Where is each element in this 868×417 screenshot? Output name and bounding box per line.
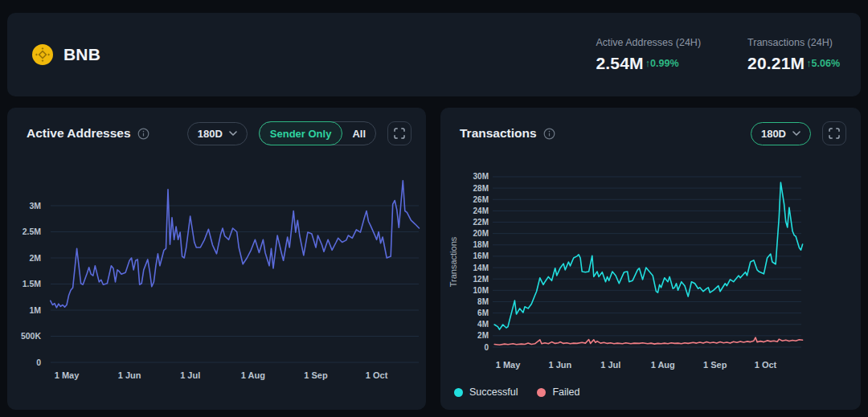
transactions-card: Transactions 180D 02M4M6M8M10M12M14M16M1… xyxy=(440,108,861,410)
chart-legend: Successful Failed xyxy=(454,386,580,398)
coin-info: BNB xyxy=(31,43,100,66)
coin-title: BNB xyxy=(63,45,100,64)
svg-text:1 Sep: 1 Sep xyxy=(703,360,727,370)
legend-item-successful[interactable]: Successful xyxy=(454,386,518,398)
svg-text:Transactions: Transactions xyxy=(448,236,458,287)
timeframe-value: 180D xyxy=(198,128,223,140)
chevron-down-icon xyxy=(792,131,800,136)
svg-text:1 Sep: 1 Sep xyxy=(304,370,328,380)
svg-text:1 Aug: 1 Aug xyxy=(241,370,265,380)
svg-text:12M: 12M xyxy=(473,275,489,284)
successful-dot-icon xyxy=(454,388,463,397)
sender-filter-group: Sender Only All xyxy=(259,121,376,145)
dashboard-page: BNB Active Addresses (24H) 2.54M ↑0.99% … xyxy=(0,0,868,417)
svg-text:1 May: 1 May xyxy=(55,370,80,380)
svg-text:1 Aug: 1 Aug xyxy=(651,360,675,370)
transactions-chart[interactable]: 02M4M6M8M10M12M14M16M18M20M22M24M26M28M3… xyxy=(440,108,861,410)
svg-text:1 Oct: 1 Oct xyxy=(366,370,388,380)
active-addresses-chart[interactable]: 0500K1M1.5M2M2.5M3M1 May1 Jun1 Jul1 Aug1… xyxy=(7,108,426,410)
svg-text:18M: 18M xyxy=(473,240,489,249)
chart-title: Transactions xyxy=(460,126,537,141)
svg-text:500K: 500K xyxy=(21,331,42,341)
coin-header-card: BNB Active Addresses (24H) 2.54M ↑0.99% … xyxy=(7,13,861,96)
svg-text:2M: 2M xyxy=(29,253,41,263)
svg-text:8M: 8M xyxy=(477,297,489,306)
svg-text:24M: 24M xyxy=(473,206,489,215)
filter-all[interactable]: All xyxy=(342,122,375,145)
expand-icon[interactable] xyxy=(387,121,411,145)
svg-text:1.5M: 1.5M xyxy=(23,279,42,288)
svg-text:1 Jun: 1 Jun xyxy=(549,360,572,370)
chevron-down-icon xyxy=(229,131,237,136)
stat-change-percent: 5.06% xyxy=(812,58,840,69)
expand-icon[interactable] xyxy=(822,121,846,145)
stat-change: ↑0.99% xyxy=(645,58,679,69)
bnb-coin-icon xyxy=(31,43,54,66)
svg-text:22M: 22M xyxy=(473,218,489,227)
svg-text:14M: 14M xyxy=(473,264,489,272)
svg-text:0: 0 xyxy=(36,358,41,367)
stat-change-percent: 0.99% xyxy=(650,58,678,69)
svg-text:2M: 2M xyxy=(477,331,489,340)
timeframe-dropdown[interactable]: 180D xyxy=(751,122,811,145)
stat-value: 20.21M xyxy=(747,54,805,73)
svg-text:2.5M: 2.5M xyxy=(23,227,42,236)
stat-transactions: Transactions (24H) 20.21M ↑5.06% xyxy=(747,37,840,73)
info-icon[interactable] xyxy=(137,128,149,140)
svg-text:6M: 6M xyxy=(477,309,489,317)
svg-text:1 Jul: 1 Jul xyxy=(180,370,200,380)
svg-text:10M: 10M xyxy=(473,286,489,295)
svg-text:4M: 4M xyxy=(477,320,489,329)
stat-label: Transactions (24H) xyxy=(747,37,840,48)
svg-text:20M: 20M xyxy=(473,229,489,238)
active-addresses-card: Active Addresses 180D Sender Only All xyxy=(7,108,426,410)
svg-text:26M: 26M xyxy=(473,195,489,204)
failed-dot-icon xyxy=(537,388,546,397)
svg-text:1 Jun: 1 Jun xyxy=(118,370,141,380)
info-icon[interactable] xyxy=(543,128,555,140)
svg-text:0: 0 xyxy=(484,343,489,352)
legend-label: Successful xyxy=(469,386,518,398)
filter-sender-only[interactable]: Sender Only xyxy=(259,121,343,145)
svg-text:28M: 28M xyxy=(473,184,489,193)
svg-text:1 May: 1 May xyxy=(496,360,521,370)
timeframe-value: 180D xyxy=(761,128,786,140)
stat-change: ↑5.06% xyxy=(806,58,840,69)
stat-label: Active Addresses (24H) xyxy=(596,37,701,48)
timeframe-dropdown[interactable]: 180D xyxy=(187,122,248,145)
stat-value: 2.54M xyxy=(596,54,643,73)
stat-active-addresses: Active Addresses (24H) 2.54M ↑0.99% xyxy=(596,37,701,73)
svg-text:30M: 30M xyxy=(473,172,489,181)
svg-text:16M: 16M xyxy=(473,251,489,260)
header-stats: Active Addresses (24H) 2.54M ↑0.99% Tran… xyxy=(596,37,840,73)
chart-title: Active Addresses xyxy=(27,126,131,141)
legend-label: Failed xyxy=(552,386,579,398)
svg-text:1 Jul: 1 Jul xyxy=(600,360,620,370)
svg-text:1M: 1M xyxy=(29,305,41,315)
svg-text:1 Oct: 1 Oct xyxy=(755,360,777,370)
svg-text:3M: 3M xyxy=(29,201,41,211)
legend-item-failed[interactable]: Failed xyxy=(537,386,579,398)
